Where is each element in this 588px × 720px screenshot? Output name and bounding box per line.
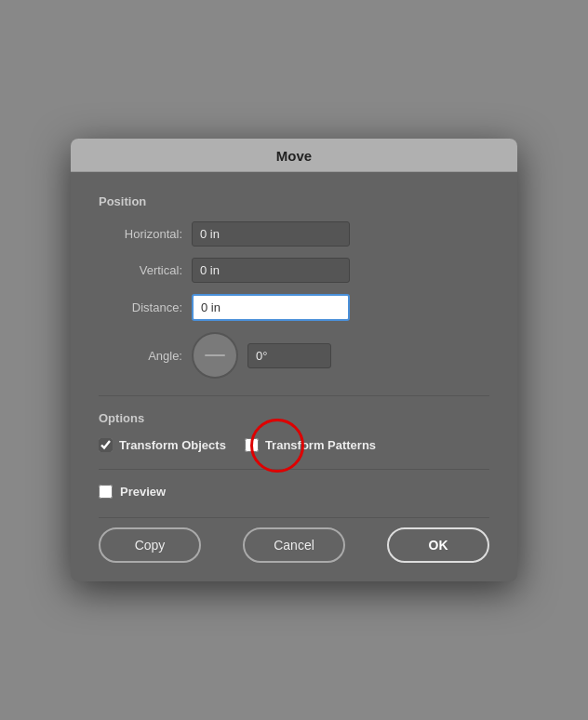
section-divider <box>99 395 489 396</box>
position-section-label: Position <box>99 194 489 208</box>
options-section-label: Options <box>99 411 489 425</box>
ok-button[interactable]: OK <box>387 527 489 563</box>
dialog-title: Move <box>276 148 312 164</box>
horizontal-row: Horizontal: <box>99 221 489 247</box>
preview-checkbox[interactable] <box>99 485 113 499</box>
options-checkbox-row: Transform Objects Transform Patterns <box>99 438 489 452</box>
button-row: Copy Cancel OK <box>99 517 489 563</box>
distance-input[interactable] <box>192 294 350 321</box>
preview-divider <box>99 469 489 470</box>
transform-patterns-label: Transform Patterns <box>265 438 376 452</box>
angle-input[interactable] <box>247 343 331 368</box>
horizontal-input[interactable] <box>192 221 350 247</box>
move-dialog: Move Position Horizontal: Vertical: Dist… <box>71 139 517 581</box>
preview-row: Preview <box>99 485 489 499</box>
vertical-label: Vertical: <box>99 263 182 277</box>
vertical-input[interactable] <box>192 258 350 283</box>
angle-row: Angle: <box>99 332 489 379</box>
angle-dial[interactable] <box>192 332 238 379</box>
transform-patterns-checkbox[interactable] <box>245 438 259 452</box>
angle-label: Angle: <box>99 349 182 363</box>
cancel-button[interactable]: Cancel <box>243 527 345 563</box>
transform-objects-checkbox[interactable] <box>99 438 113 452</box>
dialog-titlebar: Move <box>71 139 517 172</box>
vertical-row: Vertical: <box>99 258 489 283</box>
transform-objects-item[interactable]: Transform Objects <box>99 438 226 452</box>
distance-label: Distance: <box>99 300 182 314</box>
preview-label: Preview <box>120 485 166 499</box>
transform-objects-label: Transform Objects <box>119 438 226 452</box>
horizontal-label: Horizontal: <box>99 227 182 241</box>
transform-patterns-item[interactable]: Transform Patterns <box>245 438 376 452</box>
options-section: Options Transform Objects Transform Patt… <box>99 411 489 452</box>
copy-button[interactable]: Copy <box>99 527 201 563</box>
distance-row: Distance: <box>99 294 489 321</box>
